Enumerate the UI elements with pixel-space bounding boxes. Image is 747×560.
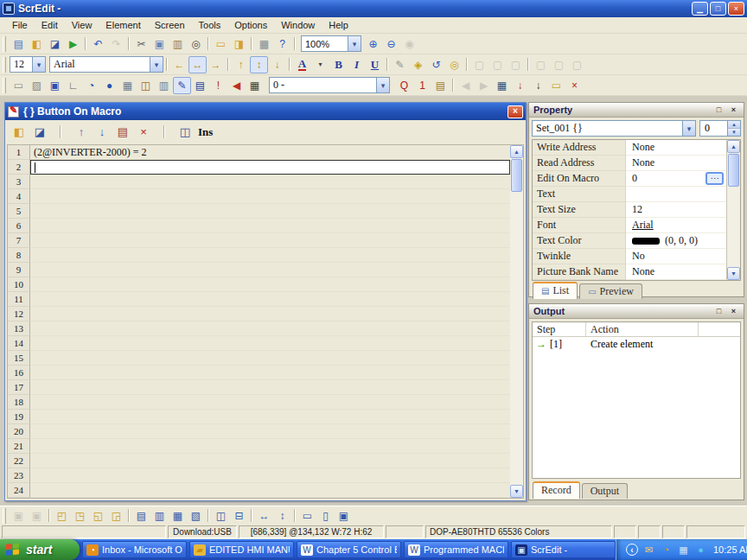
macro-line-row[interactable]: 19: [8, 410, 510, 424]
move-forward-button[interactable]: ◱: [89, 507, 107, 525]
macro-line-row[interactable]: 17: [8, 380, 510, 395]
property-row[interactable]: Edit On Macro 0: [533, 171, 726, 187]
fit-height-button[interactable]: ↕: [273, 507, 291, 525]
property-row[interactable]: Read Address None: [533, 156, 726, 171]
open-file-button[interactable]: ◧: [28, 35, 46, 53]
undo-button[interactable]: ↶: [89, 35, 107, 53]
align-bottom-button[interactable]: ▢: [568, 56, 586, 73]
underline-button[interactable]: U: [366, 56, 384, 73]
line-text[interactable]: [30, 307, 510, 321]
macro-line-row[interactable]: 6: [8, 219, 510, 233]
scroll-up-icon[interactable]: [727, 140, 740, 153]
space-left-button[interactable]: ▤: [132, 507, 150, 525]
static-text-button[interactable]: ▭: [10, 77, 28, 94]
property-row[interactable]: Text Size 12: [533, 202, 726, 218]
shift-left-button[interactable]: ←: [170, 56, 188, 73]
property-value-cell[interactable]: None: [626, 156, 726, 171]
menu-item[interactable]: Window: [274, 18, 322, 32]
macro-line-row[interactable]: 18: [8, 395, 510, 410]
macro-line-row[interactable]: 13: [8, 321, 510, 336]
cut-button[interactable]: ✂: [132, 35, 150, 53]
redo-button[interactable]: ↷: [107, 35, 125, 53]
dropdown-arrow-icon[interactable]: [150, 57, 163, 72]
scroll-down-icon[interactable]: [727, 267, 740, 280]
meter-element-button[interactable]: ◫: [137, 77, 155, 94]
zoom-in-button[interactable]: ⊕: [364, 35, 382, 53]
macro-close-button[interactable]: ×: [508, 105, 523, 118]
action-column-header[interactable]: Action: [586, 322, 699, 336]
taskbar-button[interactable]: W Programmed MACR...: [404, 541, 508, 558]
element-index-spinner[interactable]: 0: [699, 120, 741, 137]
alarm-element-button[interactable]: !: [209, 77, 227, 94]
browse-button[interactable]: [706, 172, 724, 185]
dropdown-arrow-icon[interactable]: [348, 36, 361, 51]
close-button[interactable]: ×: [728, 105, 739, 115]
float-button[interactable]: □: [713, 105, 725, 115]
line-text[interactable]: [30, 248, 510, 263]
messenger-icon[interactable]: ●: [694, 544, 707, 557]
fit-width-button[interactable]: ↔: [255, 507, 273, 525]
macro-line-row[interactable]: 12: [8, 307, 510, 321]
taskbar-button[interactable]: ▣ ScrEdit -: [511, 541, 616, 558]
bitmap-element-button[interactable]: ▦: [118, 77, 137, 94]
center-vertical-button[interactable]: ⊟: [230, 507, 248, 525]
Preview-tab[interactable]: ▭Preview: [579, 283, 642, 299]
shift-right-button[interactable]: →: [207, 56, 225, 73]
line-text[interactable]: [30, 439, 510, 454]
arc-element-button[interactable]: ◔: [82, 77, 100, 94]
macro-line-row[interactable]: 22: [8, 454, 510, 468]
macro-line-row[interactable]: 8: [8, 248, 510, 263]
taskbar-button[interactable]: ◔ Inbox - Microsoft O...: [82, 541, 187, 558]
print-button[interactable]: ▦: [255, 35, 273, 53]
spinner-down-icon[interactable]: [728, 128, 740, 136]
menu-item[interactable]: Element: [99, 18, 147, 32]
download-all-button[interactable]: ↓: [529, 77, 547, 94]
font-color-dropdown-button[interactable]: ▾: [311, 56, 329, 73]
dropdown-arrow-icon[interactable]: [682, 121, 695, 136]
shift-up-button[interactable]: ↑: [232, 56, 250, 73]
property-value-cell[interactable]: (0, 0, 0): [626, 233, 726, 249]
element-selector-combobox[interactable]: Set_001 {}: [532, 120, 696, 137]
fit-height-button[interactable]: ↕: [250, 56, 268, 73]
dropdown-arrow-icon[interactable]: [32, 57, 45, 72]
macro-line-row[interactable]: 20: [8, 424, 510, 439]
delete-screen-button[interactable]: ×: [565, 77, 584, 94]
macro-line-row[interactable]: 7: [8, 233, 510, 248]
prev-screen-button[interactable]: ◀: [456, 77, 475, 94]
property-value-cell[interactable]: 0: [626, 171, 726, 187]
scale-button[interactable]: ▨: [28, 77, 46, 94]
network-icon[interactable]: ▦: [677, 544, 690, 557]
toolbar-grip[interactable]: [3, 57, 6, 73]
center-screen-button[interactable]: ◎: [445, 56, 463, 73]
property-value-cell[interactable]: 12: [626, 202, 726, 218]
next-screen-button[interactable]: ▶: [475, 77, 493, 94]
send-to-back-button[interactable]: ◳: [71, 507, 89, 525]
zoom-actual-button[interactable]: ◉: [400, 35, 418, 53]
macro-line-row[interactable]: 14: [8, 336, 510, 351]
new-mail-icon[interactable]: ✉: [642, 544, 655, 557]
space-across-button[interactable]: ▦: [169, 507, 187, 525]
move-backward-button[interactable]: ◲: [107, 507, 125, 525]
taskbar-button[interactable]: ▰ EDITED HMI MANUEL: [189, 541, 294, 558]
Record-tab[interactable]: Record: [533, 481, 580, 499]
draw-pencil-button[interactable]: ✎: [391, 56, 409, 73]
property-panel-header[interactable]: Property □ ×: [529, 103, 744, 118]
about-button[interactable]: ?: [273, 35, 291, 53]
font-size-combobox[interactable]: 12: [10, 56, 46, 73]
property-row[interactable]: Write Address None: [533, 140, 726, 156]
align-center-button[interactable]: ▢: [488, 56, 507, 73]
scrollbar-thumb[interactable]: [728, 154, 739, 187]
save-file-button[interactable]: ◪: [46, 35, 64, 53]
shift-down-button[interactable]: ↓: [268, 56, 286, 73]
flip-horizontal-button[interactable]: ◈: [409, 56, 427, 73]
line-text[interactable]: [30, 219, 510, 233]
menu-item[interactable]: Edit: [35, 18, 65, 32]
align-top-button[interactable]: ▢: [532, 56, 550, 73]
property-value-cell[interactable]: None: [626, 140, 726, 156]
Output-tab[interactable]: Output: [582, 483, 628, 499]
start-button[interactable]: start: [0, 539, 80, 560]
float-button[interactable]: □: [713, 306, 725, 316]
editor-scrollbar[interactable]: [510, 144, 524, 499]
property-scrollbar[interactable]: [726, 140, 740, 280]
clock[interactable]: 10:25 AM: [713, 544, 747, 555]
